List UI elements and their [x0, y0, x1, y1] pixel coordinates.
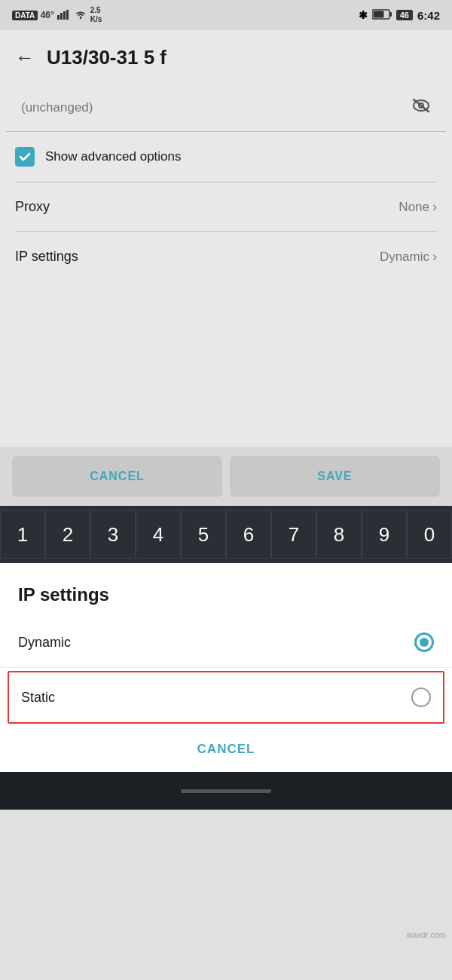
svg-rect-5 [389, 12, 392, 17]
save-button[interactable]: SAVE [230, 456, 440, 497]
numeric-keyboard: 1 2 3 4 5 6 7 8 9 0 [0, 506, 452, 563]
status-right: ✱ 46 6:42 [359, 9, 440, 22]
ip-settings-chevron-icon: › [432, 249, 437, 265]
key-9[interactable]: 9 [362, 510, 407, 559]
static-option-container: Static [8, 671, 444, 724]
ip-settings-dialog-title: IP settings [0, 563, 452, 617]
proxy-label: Proxy [15, 199, 50, 215]
dynamic-label: Dynamic [18, 635, 71, 651]
bluetooth-icon: ✱ [359, 9, 368, 21]
static-label: Static [21, 690, 55, 706]
home-indicator [181, 789, 271, 793]
svg-rect-2 [63, 11, 66, 20]
dynamic-radio[interactable] [414, 632, 434, 652]
ip-settings-value[interactable]: Dynamic › [380, 249, 437, 265]
dialog-cancel-row: CANCEL [0, 727, 452, 772]
svg-rect-6 [373, 11, 383, 17]
main-content: Show advanced options Proxy None › IP se… [0, 84, 452, 447]
top-bar: ← U13/30-31 5 f [0, 30, 452, 84]
ip-option-dynamic[interactable]: Dynamic [0, 617, 452, 668]
carrier-info: DATA 46° [12, 10, 54, 20]
proxy-chevron-icon: › [432, 199, 437, 215]
advanced-options-checkbox[interactable] [15, 147, 35, 167]
ip-settings-row[interactable]: IP settings Dynamic › [0, 232, 452, 281]
wifi-icon [74, 9, 87, 22]
proxy-value[interactable]: None › [399, 199, 437, 215]
signal-bars [57, 9, 71, 22]
key-4[interactable]: 4 [136, 510, 181, 559]
watermark: waxdr.com [406, 930, 446, 939]
cancel-button[interactable]: CANCEL [12, 456, 222, 497]
page-title: U13/30-31 5 f [47, 46, 166, 69]
svg-rect-3 [66, 10, 69, 20]
key-6[interactable]: 6 [226, 510, 271, 559]
svg-rect-1 [60, 13, 63, 20]
key-5[interactable]: 5 [181, 510, 226, 559]
bottom-nav-bar [0, 772, 452, 810]
key-7[interactable]: 7 [271, 510, 316, 559]
ip-settings-label: IP settings [15, 249, 78, 265]
status-bar: DATA 46° 2.5K/s ✱ [0, 0, 452, 30]
ip-settings-value-text: Dynamic [380, 250, 429, 265]
ip-settings-dialog: IP settings Dynamic Static CANCEL [0, 563, 452, 772]
proxy-value-text: None [399, 200, 429, 215]
speed-info: 2.5K/s [90, 6, 102, 24]
ip-option-static[interactable]: Static [9, 672, 443, 722]
password-input[interactable] [21, 100, 411, 115]
dialog-cancel-button[interactable]: CANCEL [197, 742, 255, 757]
network-badge: 46 [396, 10, 413, 20]
eye-off-icon[interactable] [411, 98, 431, 118]
key-1[interactable]: 1 [0, 510, 45, 559]
bottom-buttons: CANCEL SAVE [0, 447, 452, 506]
content-spacer [0, 281, 452, 447]
status-left: DATA 46° 2.5K/s [12, 6, 102, 24]
advanced-options-label: Show advanced options [45, 149, 182, 164]
key-2[interactable]: 2 [45, 510, 90, 559]
key-8[interactable]: 8 [316, 510, 362, 559]
dynamic-radio-inner [420, 638, 429, 647]
static-radio[interactable] [411, 688, 431, 707]
proxy-row[interactable]: Proxy None › [0, 182, 452, 231]
advanced-options-row[interactable]: Show advanced options [0, 132, 452, 182]
key-3[interactable]: 3 [90, 510, 136, 559]
back-button[interactable]: ← [15, 46, 35, 69]
battery-icon [372, 9, 392, 22]
svg-rect-0 [57, 15, 60, 20]
key-0[interactable]: 0 [407, 510, 452, 559]
time-display: 6:42 [417, 9, 440, 22]
password-row [6, 84, 446, 132]
